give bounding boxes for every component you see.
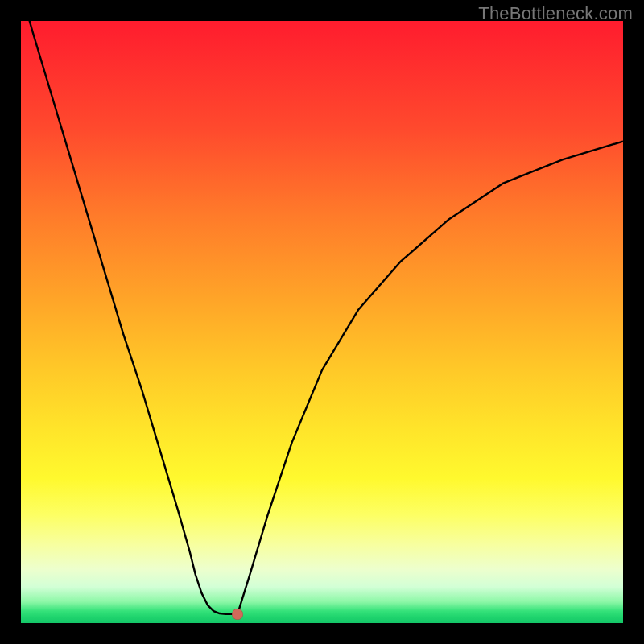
watermark-text: TheBottleneck.com [478, 3, 633, 24]
chart-frame: TheBottleneck.com [0, 0, 644, 644]
bottleneck-curve [21, 0, 623, 614]
plot-area [21, 21, 623, 623]
optimal-point-marker [232, 609, 243, 620]
curve-svg [21, 21, 623, 623]
